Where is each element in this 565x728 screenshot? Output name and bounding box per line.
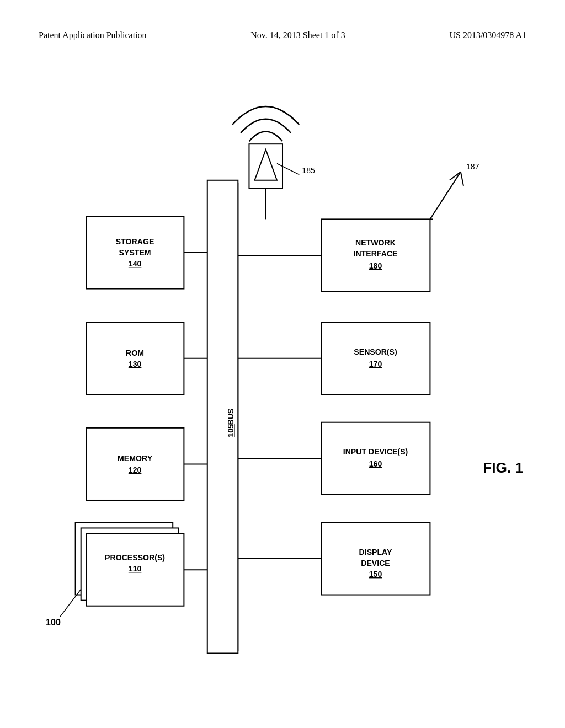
- svg-text:120: 120: [129, 465, 142, 474]
- header-right: US 2013/0304978 A1: [449, 30, 526, 40]
- svg-text:180: 180: [369, 261, 382, 270]
- svg-line-54: [60, 589, 81, 617]
- svg-text:STORAGE: STORAGE: [116, 237, 154, 246]
- svg-text:187: 187: [466, 162, 479, 171]
- svg-text:SYSTEM: SYSTEM: [119, 248, 151, 257]
- svg-text:150: 150: [369, 570, 382, 579]
- svg-text:110: 110: [129, 564, 142, 573]
- svg-rect-8: [87, 322, 184, 394]
- svg-line-53: [461, 172, 463, 186]
- svg-text:BUS: BUS: [226, 409, 235, 425]
- svg-text:MEMORY: MEMORY: [118, 454, 153, 463]
- svg-text:160: 160: [369, 459, 382, 468]
- svg-text:DEVICE: DEVICE: [361, 559, 390, 568]
- svg-text:130: 130: [129, 360, 142, 368]
- diagram-svg: .box { fill: white; stroke: black; strok…: [33, 72, 532, 684]
- svg-rect-22: [322, 422, 430, 495]
- patent-diagram: .box { fill: white; stroke: black; strok…: [33, 72, 532, 684]
- svg-text:PROCESSOR(S): PROCESSOR(S): [105, 553, 165, 562]
- svg-text:FIG. 1: FIG. 1: [483, 459, 523, 476]
- svg-text:SENSOR(S): SENSOR(S): [354, 347, 397, 356]
- svg-text:ROM: ROM: [126, 349, 144, 357]
- svg-text:100: 100: [46, 617, 61, 627]
- svg-line-52: [450, 172, 461, 180]
- svg-text:NETWORK: NETWORK: [355, 238, 396, 247]
- svg-line-49: [430, 172, 461, 220]
- svg-text:185: 185: [302, 166, 315, 175]
- svg-text:170: 170: [369, 360, 382, 368]
- svg-rect-5: [87, 428, 184, 500]
- svg-text:140: 140: [129, 259, 142, 268]
- svg-text:105: 105: [226, 424, 235, 437]
- svg-rect-25: [322, 322, 430, 394]
- svg-text:DISPLAY: DISPLAY: [359, 548, 392, 556]
- svg-text:INTERFACE: INTERFACE: [354, 249, 398, 258]
- page-header: Patent Application Publication Nov. 14, …: [0, 30, 565, 40]
- header-left: Patent Application Publication: [39, 30, 147, 40]
- svg-text:INPUT DEVICE(S): INPUT DEVICE(S): [343, 447, 408, 456]
- header-center: Nov. 14, 2013 Sheet 1 of 3: [250, 30, 345, 40]
